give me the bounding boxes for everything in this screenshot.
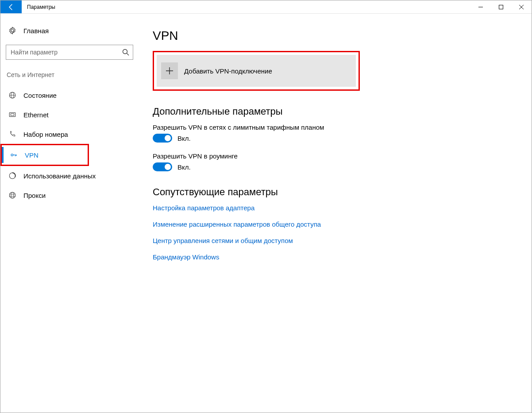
plus-icon [165, 66, 174, 75]
data-usage-icon [8, 172, 16, 180]
search-input[interactable] [6, 45, 133, 59]
titlebar: Параметры [0, 0, 532, 14]
toggle-roaming-state: Вкл. [177, 163, 191, 171]
close-button[interactable] [511, 0, 532, 13]
link-network-sharing-center[interactable]: Центр управления сетями и общим доступом [153, 237, 521, 244]
advanced-heading: Дополнительные параметры [153, 106, 521, 117]
svg-rect-10 [11, 114, 14, 116]
setting-metered-label: Разрешить VPN в сетях с лимитным тарифны… [153, 124, 521, 131]
svg-line-5 [127, 54, 129, 56]
proxy-icon [8, 191, 16, 199]
svg-rect-1 [499, 5, 503, 9]
add-vpn-label: Добавить VPN-подключение [184, 67, 272, 75]
toggle-metered-state: Вкл. [177, 135, 191, 142]
search-box[interactable] [6, 45, 133, 60]
arrow-left-icon [8, 4, 15, 11]
sidebar-home[interactable]: Главная [0, 22, 139, 39]
link-adapter-settings[interactable]: Настройка параметров адаптера [153, 204, 521, 212]
sidebar: Главная Сеть и Интернет Состояние Ethern… [0, 14, 139, 413]
sidebar-item-data-usage[interactable]: Использование данных [0, 166, 139, 185]
svg-point-19 [11, 192, 14, 198]
search-icon [122, 49, 129, 56]
minimize-button[interactable] [470, 0, 491, 13]
sidebar-home-label: Главная [23, 27, 49, 35]
toggle-roaming[interactable] [153, 162, 172, 171]
annotation-highlight-vpn: VPN [0, 144, 89, 166]
sidebar-item-label: Состояние [23, 92, 57, 99]
annotation-highlight-add: Добавить VPN-подключение [153, 51, 360, 91]
svg-point-11 [11, 154, 13, 156]
sidebar-section-label: Сеть и Интернет [0, 63, 139, 83]
sidebar-item-proxy[interactable]: Прокси [0, 185, 139, 205]
plus-tile [161, 62, 178, 79]
svg-rect-9 [9, 113, 15, 117]
globe-icon [8, 91, 16, 99]
window-controls [470, 0, 532, 13]
link-advanced-sharing[interactable]: Изменение расширенных параметров общего … [153, 220, 521, 228]
page-heading: VPN [153, 29, 521, 43]
ethernet-icon [8, 111, 16, 119]
sidebar-item-label: Прокси [23, 192, 46, 199]
vpn-icon [10, 151, 18, 159]
svg-point-16 [9, 192, 15, 198]
sidebar-item-label: Набор номера [23, 131, 68, 138]
sidebar-item-dialup[interactable]: Набор номера [0, 124, 139, 144]
sidebar-item-label: Ethernet [23, 111, 49, 119]
settings-window: Параметры Главная [0, 0, 532, 413]
svg-point-4 [123, 50, 127, 54]
maximize-button[interactable] [491, 0, 511, 13]
related-heading: Сопутствующие параметры [153, 186, 521, 198]
toggle-metered[interactable] [153, 134, 172, 143]
window-title: Параметры [22, 0, 55, 13]
phone-icon [8, 130, 16, 138]
back-button[interactable] [0, 0, 22, 13]
close-icon [519, 5, 524, 9]
sidebar-item-vpn[interactable]: VPN [2, 145, 85, 165]
main-content: VPN Добавить VPN-подключение Дополнитель… [139, 14, 532, 413]
setting-roaming-label: Разрешить VPN в роуминге [153, 152, 521, 160]
add-vpn-button[interactable]: Добавить VPN-подключение [157, 55, 356, 87]
maximize-icon [499, 5, 503, 9]
link-windows-firewall[interactable]: Брандмауэр Windows [153, 253, 521, 261]
minimize-icon [478, 5, 483, 9]
sidebar-item-label: VPN [25, 151, 39, 159]
sidebar-item-ethernet[interactable]: Ethernet [0, 105, 139, 124]
sidebar-item-label: Использование данных [23, 172, 96, 180]
gear-icon [8, 27, 16, 35]
sidebar-item-status[interactable]: Состояние [0, 85, 139, 105]
